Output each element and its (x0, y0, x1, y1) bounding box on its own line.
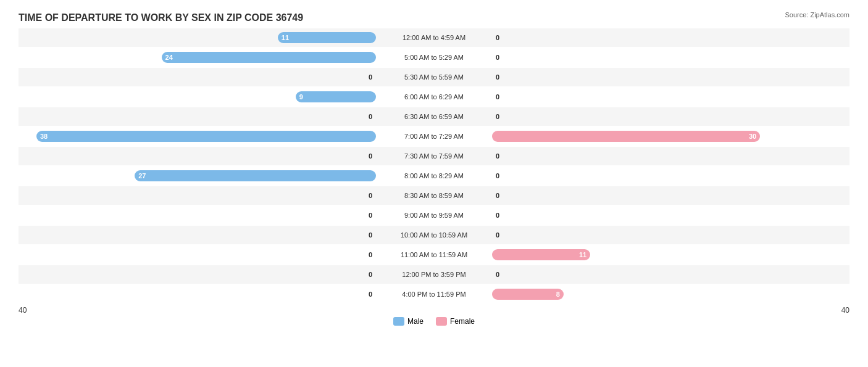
time-label: 6:00 AM to 6:29 AM (378, 93, 490, 101)
female-bar: 30 (492, 131, 760, 142)
male-bar: 38 (36, 131, 376, 142)
left-section: 0 (19, 186, 378, 205)
time-label: 10:00 AM to 10:59 AM (378, 231, 490, 239)
time-label: 6:30 AM to 6:59 AM (378, 113, 490, 120)
left-section: 0 (19, 285, 378, 303)
chart-area: 1112:00 AM to 4:59 AM0245:00 AM to 5:29 … (19, 28, 849, 315)
legend-male-swatch (393, 317, 404, 326)
left-section: 0 (19, 147, 378, 165)
right-section: 0 (490, 226, 849, 244)
source-label: Source: ZipAtlas.com (785, 11, 849, 19)
male-bar: 9 (296, 91, 376, 102)
chart-row: 07:30 AM to 7:59 AM0 (19, 147, 849, 165)
axis-bottom: 40 40 (19, 306, 849, 315)
right-section: 0 (490, 147, 849, 165)
female-bar: 8 (492, 289, 564, 300)
right-section: 0 (490, 206, 849, 225)
time-label: 7:30 AM to 7:59 AM (378, 152, 490, 160)
axis-left-label: 40 (19, 306, 27, 315)
chart-row: 278:00 AM to 8:29 AM0 (19, 167, 849, 185)
male-value: 0 (369, 113, 372, 120)
axis-right-label: 40 (841, 306, 849, 315)
chart-container: TIME OF DEPARTURE TO WORK BY SEX IN ZIP … (0, 0, 868, 367)
female-value: 0 (496, 172, 499, 179)
male-bar: 24 (162, 52, 376, 63)
right-section: 11 (490, 245, 849, 264)
female-value: 0 (496, 212, 499, 219)
right-section: 0 (490, 48, 849, 67)
time-label: 4:00 PM to 11:59 PM (378, 291, 490, 298)
left-section: 24 (19, 48, 378, 67)
female-value: 0 (496, 34, 499, 41)
chart-row: 1112:00 AM to 4:59 AM0 (19, 28, 849, 47)
time-label: 8:30 AM to 8:59 AM (378, 192, 490, 199)
female-bar-value: 11 (579, 251, 586, 258)
chart-row: 245:00 AM to 5:29 AM0 (19, 48, 849, 67)
left-section: 0 (19, 206, 378, 225)
legend-female-label: Female (450, 317, 475, 326)
time-label: 8:00 AM to 8:29 AM (378, 172, 490, 179)
chart-row: 04:00 PM to 11:59 PM8 (19, 285, 849, 303)
right-section: 0 (490, 107, 849, 126)
right-section: 0 (490, 186, 849, 205)
male-bar-value: 27 (138, 172, 146, 179)
chart-row: 06:30 AM to 6:59 AM0 (19, 107, 849, 126)
time-label: 9:00 AM to 9:59 AM (378, 212, 490, 219)
right-section: 0 (490, 28, 849, 47)
time-label: 5:00 AM to 5:29 AM (378, 54, 490, 61)
left-section: 0 (19, 245, 378, 264)
right-section: 30 (490, 127, 849, 146)
left-section: 0 (19, 226, 378, 244)
legend-female: Female (436, 317, 475, 326)
female-value: 0 (496, 113, 499, 120)
chart-row: 05:30 AM to 5:59 AM0 (19, 68, 849, 86)
time-label: 11:00 AM to 11:59 AM (378, 251, 490, 258)
female-bar-value: 30 (749, 133, 756, 140)
chart-row: 387:00 AM to 7:29 AM30 (19, 127, 849, 146)
male-value: 0 (369, 291, 372, 298)
male-value: 0 (369, 152, 372, 160)
right-section: 0 (490, 167, 849, 185)
right-section: 0 (490, 265, 849, 284)
male-value: 0 (369, 251, 372, 258)
left-section: 0 (19, 107, 378, 126)
female-value: 0 (496, 73, 499, 81)
female-value: 0 (496, 231, 499, 239)
right-section: 0 (490, 88, 849, 106)
time-label: 7:00 AM to 7:29 AM (378, 133, 490, 140)
male-value: 0 (369, 271, 372, 278)
male-value: 0 (369, 192, 372, 199)
right-section: 8 (490, 285, 849, 303)
time-label: 12:00 AM to 4:59 AM (378, 34, 490, 41)
female-value: 0 (496, 271, 499, 278)
female-value: 0 (496, 152, 499, 160)
male-bar-value: 24 (165, 54, 173, 61)
chart-row: 08:30 AM to 8:59 AM0 (19, 186, 849, 205)
left-section: 11 (19, 28, 378, 47)
time-label: 5:30 AM to 5:59 AM (378, 73, 490, 81)
left-section: 0 (19, 68, 378, 86)
male-bar-value: 9 (299, 93, 303, 101)
female-bar: 11 (492, 249, 590, 260)
male-bar: 11 (278, 32, 376, 43)
left-section: 0 (19, 265, 378, 284)
chart-row: 09:00 AM to 9:59 AM0 (19, 206, 849, 225)
male-bar-value: 11 (282, 34, 289, 41)
left-section: 9 (19, 88, 378, 106)
chart-row: 011:00 AM to 11:59 AM11 (19, 245, 849, 264)
left-section: 38 (19, 127, 378, 146)
male-bar: 27 (135, 170, 376, 181)
legend: Male Female (19, 317, 849, 326)
legend-male: Male (393, 317, 424, 326)
female-bar-value: 8 (556, 291, 560, 298)
chart-rows-wrapper: 1112:00 AM to 4:59 AM0245:00 AM to 5:29 … (19, 28, 849, 303)
male-value: 0 (369, 231, 372, 239)
female-value: 0 (496, 93, 499, 101)
chart-row: 96:00 AM to 6:29 AM0 (19, 88, 849, 106)
male-bar-value: 38 (40, 133, 48, 140)
legend-male-label: Male (407, 317, 424, 326)
left-section: 27 (19, 167, 378, 185)
time-label: 12:00 PM to 3:59 PM (378, 271, 490, 278)
female-value: 0 (496, 54, 499, 61)
right-section: 0 (490, 68, 849, 86)
